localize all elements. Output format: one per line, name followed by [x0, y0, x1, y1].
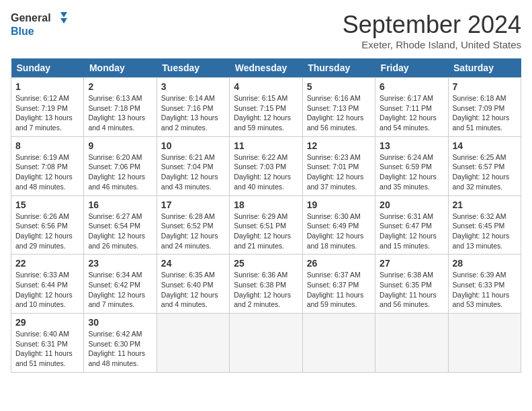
empty-cell: [375, 314, 448, 373]
table-row: 4 Sunrise: 6:15 AMSunset: 7:15 PMDayligh…: [230, 78, 302, 137]
table-row: 14 Sunrise: 6:25 AMSunset: 6:57 PMDaylig…: [448, 136, 521, 195]
week-row: 29 Sunrise: 6:40 AMSunset: 6:31 PMDaylig…: [11, 314, 521, 373]
week-row: 8 Sunrise: 6:19 AMSunset: 7:08 PMDayligh…: [11, 136, 521, 195]
week-row: 22 Sunrise: 6:33 AMSunset: 6:44 PMDaylig…: [11, 255, 521, 314]
table-row: 28 Sunrise: 6:39 AMSunset: 6:33 PMDaylig…: [448, 255, 521, 314]
table-row: 15 Sunrise: 6:26 AMSunset: 6:56 PMDaylig…: [11, 195, 84, 255]
header-sunday: Sunday: [11, 58, 84, 78]
table-row: 23 Sunrise: 6:34 AMSunset: 6:42 PMDaylig…: [84, 255, 157, 314]
table-row: 7 Sunrise: 6:18 AMSunset: 7:09 PMDayligh…: [448, 78, 521, 137]
empty-cell: [448, 314, 521, 373]
table-row: 10 Sunrise: 6:21 AMSunset: 7:04 PMDaylig…: [157, 136, 229, 195]
table-row: 29 Sunrise: 6:40 AMSunset: 6:31 PMDaylig…: [11, 314, 84, 373]
table-row: 24 Sunrise: 6:35 AMSunset: 6:40 PMDaylig…: [157, 255, 229, 314]
table-row: 3 Sunrise: 6:14 AMSunset: 7:16 PMDayligh…: [157, 78, 229, 137]
header-friday: Friday: [375, 58, 448, 78]
title-section: September 2024 Exeter, Rhode Island, Uni…: [343, 11, 521, 50]
empty-cell: [230, 314, 302, 373]
main-title: September 2024: [343, 11, 521, 39]
table-row: 25 Sunrise: 6:36 AMSunset: 6:38 PMDaylig…: [230, 255, 302, 314]
table-row: 30 Sunrise: 6:42 AMSunset: 6:30 PMDaylig…: [84, 314, 157, 373]
table-row: 13 Sunrise: 6:24 AMSunset: 6:59 PMDaylig…: [375, 136, 448, 195]
header-thursday: Thursday: [302, 58, 375, 78]
page-header: General Blue September 2024 Exeter, Rhod…: [11, 11, 521, 50]
table-row: 21 Sunrise: 6:32 AMSunset: 6:45 PMDaylig…: [448, 195, 521, 255]
header-monday: Monday: [84, 58, 157, 78]
empty-cell: [302, 314, 375, 373]
logo: General Blue: [11, 11, 69, 38]
table-row: 5 Sunrise: 6:16 AMSunset: 7:13 PMDayligh…: [302, 78, 375, 137]
table-row: 12 Sunrise: 6:23 AMSunset: 7:01 PMDaylig…: [302, 136, 375, 195]
table-row: 20 Sunrise: 6:31 AMSunset: 6:47 PMDaylig…: [375, 195, 448, 255]
table-row: 26 Sunrise: 6:37 AMSunset: 6:37 PMDaylig…: [302, 255, 375, 314]
table-row: 2 Sunrise: 6:13 AMSunset: 7:18 PMDayligh…: [84, 78, 157, 137]
table-row: 19 Sunrise: 6:30 AMSunset: 6:49 PMDaylig…: [302, 195, 375, 255]
table-row: 8 Sunrise: 6:19 AMSunset: 7:08 PMDayligh…: [11, 136, 84, 195]
table-row: 6 Sunrise: 6:17 AMSunset: 7:11 PMDayligh…: [375, 78, 448, 137]
header-wednesday: Wednesday: [230, 58, 302, 78]
table-row: 16 Sunrise: 6:27 AMSunset: 6:54 PMDaylig…: [84, 195, 157, 255]
table-row: 18 Sunrise: 6:29 AMSunset: 6:51 PMDaylig…: [230, 195, 302, 255]
header-tuesday: Tuesday: [157, 58, 229, 78]
empty-cell: [157, 314, 229, 373]
table-row: 9 Sunrise: 6:20 AMSunset: 7:06 PMDayligh…: [84, 136, 157, 195]
table-row: 11 Sunrise: 6:22 AMSunset: 7:03 PMDaylig…: [230, 136, 302, 195]
table-row: 22 Sunrise: 6:33 AMSunset: 6:44 PMDaylig…: [11, 255, 84, 314]
svg-marker-1: [60, 18, 67, 24]
week-row: 1 Sunrise: 6:12 AMSunset: 7:19 PMDayligh…: [11, 78, 521, 137]
week-row: 15 Sunrise: 6:26 AMSunset: 6:56 PMDaylig…: [11, 195, 521, 255]
svg-marker-0: [60, 12, 67, 17]
table-row: 1 Sunrise: 6:12 AMSunset: 7:19 PMDayligh…: [11, 78, 84, 137]
header-saturday: Saturday: [448, 58, 521, 78]
subtitle: Exeter, Rhode Island, United States: [343, 39, 521, 50]
calendar-table: Sunday Monday Tuesday Wednesday Thursday…: [11, 58, 521, 373]
table-row: 27 Sunrise: 6:38 AMSunset: 6:35 PMDaylig…: [375, 255, 448, 314]
table-row: 17 Sunrise: 6:28 AMSunset: 6:52 PMDaylig…: [157, 195, 229, 255]
day-header-row: Sunday Monday Tuesday Wednesday Thursday…: [11, 58, 521, 78]
